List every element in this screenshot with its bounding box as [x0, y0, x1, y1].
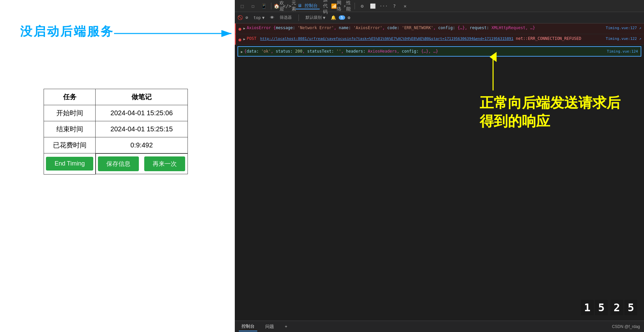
- console-text: POST http://localhost:8081/urfread/savef…: [247, 36, 606, 42]
- table-row: 结束时间 2024-04-01 15:25:15: [44, 121, 188, 137]
- console-text: {data: 'ok', status: 200, statusText: ''…: [244, 48, 607, 54]
- file-reference[interactable]: Timing.vue:127 ↗: [606, 25, 641, 31]
- table-cell-value: 2024-04-01 15:25:06: [96, 105, 188, 121]
- expand-triangle-icon[interactable]: ▶: [241, 49, 243, 54]
- table-cell-label: 开始时间: [44, 105, 96, 121]
- file-reference[interactable]: Timing.vue:124: [607, 49, 638, 55]
- bell-icon[interactable]: 🔔: [331, 15, 336, 20]
- timer-digit-1: 1: [581, 300, 594, 315]
- timer-digit-4: 5: [625, 300, 637, 315]
- annotation-arrow: [111, 20, 238, 47]
- help-icon[interactable]: ?: [390, 1, 399, 11]
- timer-digit-2: 5: [595, 300, 608, 315]
- box-icon[interactable]: ☐: [248, 1, 258, 11]
- console-clear-icon[interactable]: 🚫: [237, 15, 243, 20]
- console-error-line-1: ● ▶ AxiosError {message: 'Network Error'…: [235, 23, 644, 34]
- file-reference[interactable]: Timing.vue:122 ↗: [606, 36, 641, 42]
- devtools-sub-toolbar: 🚫 ⊘ top ▼ 👁 筛选器 默认级别 ▼ 🔔 5 ⚙: [235, 12, 644, 23]
- yellow-annotation: 正常向后端发送请求后 得到的响应: [480, 94, 621, 130]
- console-text: AxiosError {message: 'Network Error', na…: [247, 25, 606, 31]
- table-cell-label: 已花费时间: [44, 137, 96, 153]
- filter-tab[interactable]: 筛选器: [277, 13, 294, 22]
- filter-icon[interactable]: ⊘: [246, 15, 248, 20]
- devtools-panel: ⬚ ☐ 📱 🏠 欢迎 </> 元素 🖥 控制台 源代码 📶 网络 ⚡ 性能 ⚙ …: [235, 0, 644, 332]
- devtools-main-toolbar: ⬚ ☐ 📱 🏠 欢迎 </> 元素 🖥 控制台 源代码 📶 网络 ⚡ 性能 ⚙ …: [235, 0, 644, 12]
- home-tab[interactable]: 🏠 欢迎: [274, 1, 283, 11]
- bottom-tab-console[interactable]: 控制台: [239, 322, 257, 331]
- end-timing-button[interactable]: End Timing: [46, 157, 93, 171]
- performance-tab[interactable]: ⚡ 性能: [342, 1, 352, 11]
- table-cell-value: 0:9:492: [96, 137, 188, 153]
- chevron-down-icon: ▼: [323, 15, 325, 20]
- close-icon[interactable]: ✕: [400, 1, 410, 11]
- yellow-arrow: [483, 52, 503, 92]
- sources-tab[interactable]: 源代码: [321, 1, 330, 11]
- gear-icon[interactable]: ⚙: [348, 15, 351, 20]
- timing-table: 任务 做笔记 开始时间 2024-04-01 15:25:06 结束时间 202…: [44, 89, 188, 175]
- elements-tab[interactable]: </> 元素: [285, 1, 294, 11]
- table-cell-label: 结束时间: [44, 121, 96, 137]
- device-icon[interactable]: 📱: [259, 1, 268, 11]
- network-tab[interactable]: 📶 网络: [332, 1, 341, 11]
- error-icon: ●: [238, 25, 241, 32]
- more-icon[interactable]: ···: [379, 1, 388, 11]
- settings-icon[interactable]: ⚙: [358, 1, 367, 11]
- table-header-note: 做笔记: [96, 89, 188, 105]
- devtools-bottom-bar: 控制台 问题 + CSDN @f_rdag: [235, 321, 644, 332]
- expand-triangle-icon[interactable]: ▶: [243, 26, 245, 31]
- timer-digit-3: 2: [610, 300, 623, 315]
- annotation-title: 没启动后端服务: [20, 23, 114, 40]
- cursor-icon[interactable]: ⬚: [237, 1, 247, 11]
- separator: [271, 3, 271, 9]
- bottom-tab-issues[interactable]: 问题: [263, 322, 277, 331]
- left-panel: 没启动后端服务 任务 做笔记 开始时间 2024-04-01 15:25:06: [0, 0, 235, 332]
- expand-icon[interactable]: ⬜: [368, 1, 378, 11]
- separator: [355, 3, 355, 9]
- console-success-line: ▶ {data: 'ok', status: 200, statusText: …: [237, 46, 641, 57]
- timing-table-container: 任务 做笔记 开始时间 2024-04-01 15:25:06 结束时间 202…: [44, 89, 188, 175]
- timer-display: 1 5 2 5: [581, 300, 637, 315]
- bottom-tab-add[interactable]: +: [282, 323, 290, 330]
- error-icon: ●: [238, 36, 241, 43]
- try-again-button[interactable]: 再来一次: [144, 156, 185, 171]
- separator: [299, 14, 299, 21]
- button-row: End Timing 保存信息 再来一次: [44, 153, 188, 175]
- console-tab-active[interactable]: 🖥 控制台: [296, 3, 320, 9]
- console-network-error-line: ● ▶ POST http://localhost:8081/urfread/s…: [235, 34, 644, 45]
- eye-icon[interactable]: 👁: [270, 15, 274, 20]
- console-content: ● ▶ AxiosError {message: 'Network Error'…: [235, 23, 644, 321]
- table-row: 已花费时间 0:9:492: [44, 137, 188, 153]
- save-info-button[interactable]: 保存信息: [98, 156, 139, 171]
- table-header-task: 任务: [44, 89, 96, 105]
- error-count-badge: 5: [339, 15, 345, 20]
- expand-triangle-icon[interactable]: ▶: [243, 37, 245, 42]
- level-selector[interactable]: 默认级别 ▼: [303, 13, 328, 22]
- top-selector[interactable]: top ▼: [251, 14, 267, 21]
- csdn-watermark: CSDN @f_rdag: [612, 324, 640, 329]
- table-row: 开始时间 2024-04-01 15:25:06: [44, 105, 188, 121]
- table-cell-value: 2024-04-01 15:25:15: [96, 121, 188, 137]
- url-link[interactable]: http://localhost:8081/urfread/savefocusi…: [260, 37, 514, 41]
- chevron-down-icon: ▼: [262, 15, 265, 20]
